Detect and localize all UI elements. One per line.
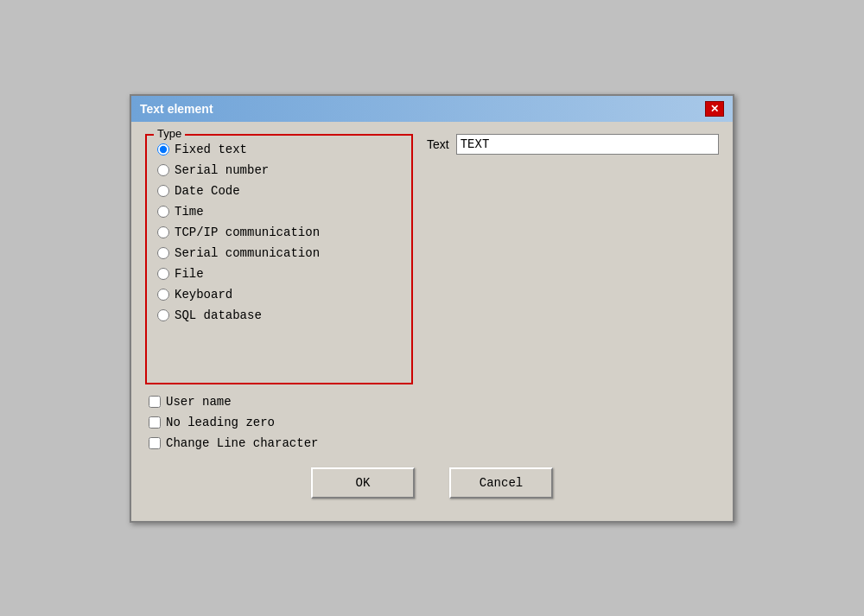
radio-fixed-text[interactable]: Fixed text (157, 143, 401, 156)
checkbox-no-leading-zero[interactable]: No leading zero (149, 416, 719, 429)
checkbox-label-user-name: User name (166, 395, 232, 409)
radio-input-serial-number[interactable] (157, 164, 169, 176)
checkbox-label-change-line: Change Line character (166, 436, 318, 450)
checkbox-input-change-line[interactable] (149, 437, 161, 449)
radio-date-code[interactable]: Date Code (157, 184, 401, 198)
radio-label-fixed-text: Fixed text (175, 143, 247, 156)
text-label: Text (427, 137, 449, 151)
radio-serial-comm[interactable]: Serial communication (157, 246, 401, 260)
radio-input-sql-db[interactable] (157, 309, 169, 321)
radio-label-serial-comm: Serial communication (175, 246, 320, 260)
radio-file[interactable]: File (157, 267, 401, 281)
radio-tcpip[interactable]: TCP/IP communication (157, 225, 401, 239)
text-input[interactable] (456, 134, 719, 155)
radio-input-date-code[interactable] (157, 185, 169, 197)
close-button[interactable]: ✕ (705, 101, 724, 117)
checkbox-user-name[interactable]: User name (149, 395, 719, 409)
radio-input-tcpip[interactable] (157, 226, 169, 238)
dialog-body: Type Fixed text Serial number Date Code … (131, 122, 733, 521)
radio-input-keyboard[interactable] (157, 289, 169, 301)
radio-input-time[interactable] (157, 206, 169, 218)
radio-label-file: File (175, 267, 204, 281)
radio-serial-number[interactable]: Serial number (157, 163, 401, 177)
checkbox-change-line[interactable]: Change Line character (149, 436, 719, 450)
radio-input-serial-comm[interactable] (157, 247, 169, 259)
radio-sql-db[interactable]: SQL database (157, 308, 401, 322)
checkbox-label-no-leading-zero: No leading zero (166, 416, 275, 429)
radio-label-time: Time (175, 205, 204, 219)
radio-input-fixed-text[interactable] (157, 143, 169, 156)
radio-time[interactable]: Time (157, 205, 401, 219)
type-group-legend: Type (154, 127, 185, 140)
radio-label-serial-number: Serial number (175, 163, 269, 177)
radio-label-date-code: Date Code (175, 184, 240, 198)
text-element-dialog: Text element ✕ Type Fixed text Serial nu… (130, 94, 734, 523)
dialog-title: Text element (140, 102, 213, 116)
right-section: Text (427, 134, 719, 384)
text-row: Text (427, 134, 719, 155)
checkbox-input-user-name[interactable] (149, 396, 161, 408)
radio-label-tcpip: TCP/IP communication (175, 225, 320, 239)
checkbox-input-no-leading-zero[interactable] (149, 416, 161, 429)
top-section: Type Fixed text Serial number Date Code … (145, 134, 719, 384)
ok-button[interactable]: OK (311, 467, 415, 499)
radio-label-sql-db: SQL database (175, 308, 262, 322)
buttons-row: OK Cancel (145, 467, 719, 507)
radio-label-keyboard: Keyboard (175, 288, 232, 302)
radio-input-file[interactable] (157, 268, 169, 280)
checkboxes-section: User name No leading zero Change Line ch… (149, 395, 719, 450)
radio-keyboard[interactable]: Keyboard (157, 288, 401, 302)
title-bar: Text element ✕ (131, 96, 733, 122)
type-group: Type Fixed text Serial number Date Code … (145, 134, 413, 384)
cancel-button[interactable]: Cancel (449, 467, 553, 499)
